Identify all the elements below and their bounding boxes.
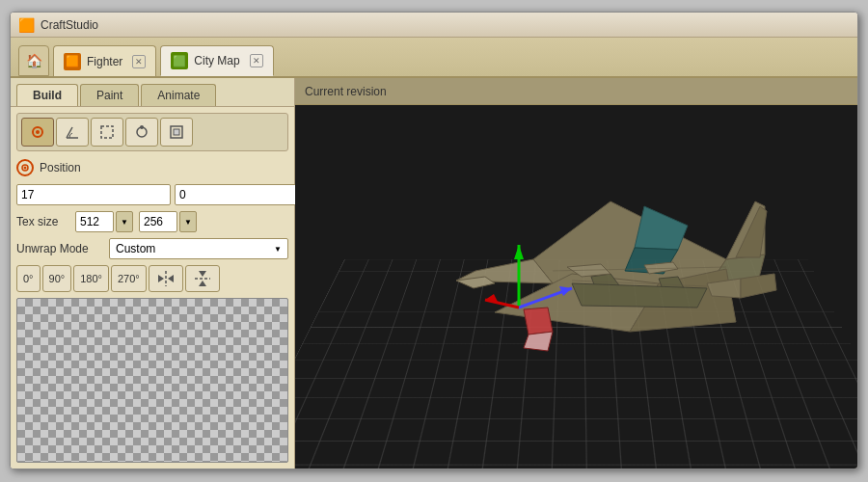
coord-x-input[interactable] — [16, 184, 171, 205]
citymap-tab-icon: 🟩 — [171, 52, 188, 69]
title-bar: 🟧 CraftStudio — [11, 13, 857, 38]
unwrap-mode-row: Unwrap Mode Custom ▼ — [16, 238, 288, 259]
svg-marker-39 — [514, 245, 524, 259]
tool-rotate[interactable] — [125, 118, 158, 147]
position-marker-icon — [16, 159, 34, 176]
position-label: Position — [40, 161, 81, 174]
citymap-tab-label: City Map — [194, 54, 239, 67]
mirror-horizontal-button[interactable] — [149, 265, 183, 292]
tool-angle[interactable] — [56, 118, 89, 147]
rotation-mirror-row: 0° 90° 180° 270° — [16, 265, 288, 292]
coordinate-inputs — [16, 184, 288, 205]
svg-marker-25 — [741, 274, 776, 298]
svg-rect-4 — [101, 126, 113, 138]
citymap-tab-close[interactable]: ✕ — [250, 54, 263, 67]
svg-point-6 — [140, 125, 144, 129]
position-row: Position — [16, 157, 288, 178]
tex-width-wrapper: ▼ — [75, 211, 133, 232]
tool-scale[interactable] — [160, 118, 193, 147]
svg-marker-15 — [199, 271, 206, 277]
svg-point-10 — [24, 167, 27, 170]
svg-marker-20 — [635, 206, 688, 250]
app-icon: 🟧 — [18, 17, 35, 33]
left-panel: Build Paint Animate — [11, 78, 295, 469]
fighter-tab-close[interactable]: ✕ — [132, 55, 146, 68]
revision-bar: Current revision — [295, 78, 857, 105]
svg-marker-33 — [524, 308, 553, 335]
tool-buttons-group — [16, 113, 288, 151]
main-content: Build Paint Animate — [11, 78, 857, 469]
fighter-3d-view — [305, 107, 857, 411]
unwrap-mode-value: Custom — [116, 242, 155, 255]
tab-bar: 🏠 🟧 Fighter ✕ 🟩 City Map ✕ — [11, 38, 857, 78]
unwrap-dropdown-arrow: ▼ — [274, 245, 282, 254]
unwrap-mode-select[interactable]: Custom ▼ — [109, 238, 288, 259]
tex-height-dropdown[interactable]: ▼ — [179, 211, 197, 232]
svg-marker-16 — [199, 281, 206, 286]
mode-tabs: Build Paint Animate — [11, 78, 294, 107]
home-button[interactable]: 🏠 — [18, 45, 49, 76]
tool-position[interactable] — [21, 118, 54, 147]
tex-height-wrapper: ▼ — [139, 211, 197, 232]
viewport[interactable]: Current revision — [295, 78, 857, 469]
svg-marker-34 — [524, 332, 553, 351]
tool-select-box[interactable] — [91, 118, 123, 147]
tex-height-input[interactable] — [139, 211, 177, 232]
tex-width-dropdown[interactable]: ▼ — [116, 211, 133, 232]
tab-build[interactable]: Build — [16, 84, 78, 106]
tex-size-row: Tex size ▼ ▼ — [16, 211, 288, 232]
mirror-vertical-button[interactable] — [185, 265, 220, 292]
fighter-tab-label: Fighter — [87, 55, 122, 68]
svg-marker-12 — [158, 275, 164, 282]
svg-marker-13 — [168, 275, 174, 282]
tex-width-input[interactable] — [75, 211, 114, 232]
tab-fighter[interactable]: 🟧 Fighter ✕ — [53, 45, 156, 76]
tab-citymap[interactable]: 🟩 City Map ✕ — [160, 45, 273, 76]
app-title: CraftStudio — [41, 18, 98, 32]
svg-rect-8 — [174, 129, 179, 135]
rotate-180-button[interactable]: 180° — [73, 265, 109, 292]
rotate-90-button[interactable]: 90° — [42, 265, 72, 292]
fighter-tab-icon: 🟧 — [64, 53, 81, 70]
tools-area: Position Tex size ▼ — [11, 107, 294, 469]
svg-marker-35 — [572, 283, 707, 308]
texture-checker-bg — [17, 299, 287, 462]
tab-paint[interactable]: Paint — [80, 84, 139, 106]
tex-size-label: Tex size — [16, 215, 69, 228]
revision-label: Current revision — [305, 85, 387, 98]
unwrap-mode-label: Unwrap Mode — [16, 242, 103, 255]
texture-preview — [16, 298, 288, 463]
rotate-270-button[interactable]: 270° — [111, 265, 147, 292]
rotate-0-button[interactable]: 0° — [16, 265, 41, 292]
fighter-jet-svg — [331, 95, 832, 423]
svg-point-1 — [36, 130, 40, 134]
tab-animate[interactable]: Animate — [141, 84, 216, 106]
app-window: 🟧 CraftStudio 🏠 🟧 Fighter ✕ 🟩 City Map ✕… — [10, 12, 858, 469]
